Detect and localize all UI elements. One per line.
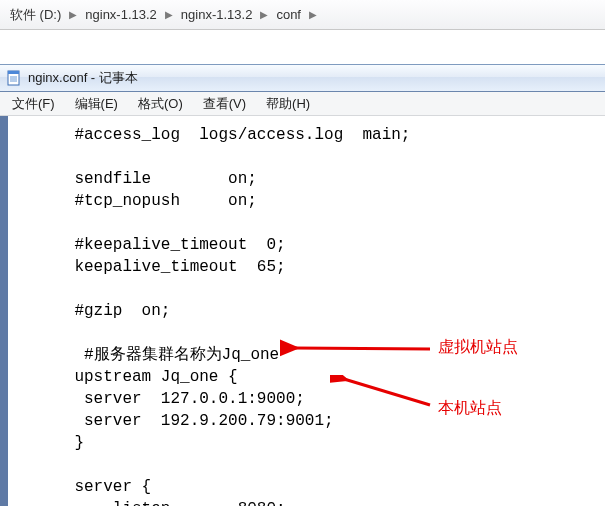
editor-line: #access_log logs/access.log main; xyxy=(36,126,410,144)
chevron-right-icon: ▶ xyxy=(163,9,175,20)
menu-view[interactable]: 查看(V) xyxy=(197,93,252,115)
editor-line: sendfile on; xyxy=(36,170,257,188)
notepad-icon xyxy=(6,70,22,86)
window-titlebar: nginx.conf - 记事本 xyxy=(0,64,605,92)
breadcrumb-item[interactable]: conf xyxy=(270,0,307,29)
chevron-right-icon: ▶ xyxy=(307,9,319,20)
menu-edit[interactable]: 编辑(E) xyxy=(69,93,124,115)
editor-line: #服务器集群名称为Jq_one xyxy=(36,346,279,364)
svg-rect-1 xyxy=(8,71,19,74)
menu-format[interactable]: 格式(O) xyxy=(132,93,189,115)
menu-help[interactable]: 帮助(H) xyxy=(260,93,316,115)
editor-line: #keepalive_timeout 0; xyxy=(36,236,286,254)
breadcrumb-item[interactable]: 软件 (D:) xyxy=(4,0,67,29)
editor-line: server 127.0.0.1:9000; xyxy=(36,390,305,408)
editor-line: listen 8080; xyxy=(36,500,286,506)
editor-line: #tcp_nopush on; xyxy=(36,192,257,210)
breadcrumb-item[interactable]: nginx-1.13.2 xyxy=(175,0,259,29)
editor-line: server { xyxy=(36,478,151,496)
window-gap xyxy=(0,30,605,64)
editor-line: server 192.9.200.79:9001; xyxy=(36,412,334,430)
menu-file[interactable]: 文件(F) xyxy=(6,93,61,115)
chevron-right-icon: ▶ xyxy=(67,9,79,20)
window-title: nginx.conf - 记事本 xyxy=(28,69,138,87)
menubar: 文件(F) 编辑(E) 格式(O) 查看(V) 帮助(H) xyxy=(0,92,605,116)
window-frame-left xyxy=(0,116,8,506)
chevron-right-icon: ▶ xyxy=(258,9,270,20)
editor-line: upstream Jq_one { xyxy=(36,368,238,386)
text-editor-area[interactable]: #access_log logs/access.log main; sendfi… xyxy=(8,116,605,506)
editor-line: #gzip on; xyxy=(36,302,170,320)
breadcrumb-bar: 软件 (D:) ▶ nginx-1.13.2 ▶ nginx-1.13.2 ▶ … xyxy=(0,0,605,30)
editor-line: keepalive_timeout 65; xyxy=(36,258,286,276)
editor-line: } xyxy=(36,434,84,452)
breadcrumb-item[interactable]: nginx-1.13.2 xyxy=(79,0,163,29)
